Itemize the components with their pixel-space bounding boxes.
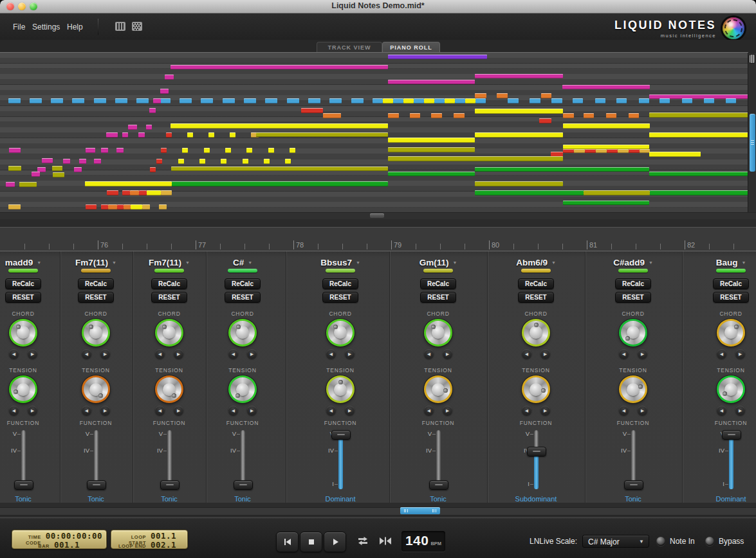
midi-note[interactable]	[153, 98, 161, 104]
midi-note[interactable]	[9, 148, 21, 153]
midi-note[interactable]	[475, 74, 563, 78]
matrix-view-icon[interactable]	[131, 21, 143, 32]
recalc-button[interactable]: ReCalc	[713, 278, 749, 289]
midi-note[interactable]	[51, 98, 63, 104]
midi-note[interactable]	[150, 167, 156, 172]
step-right-icon[interactable]: ▶	[735, 406, 745, 415]
chord-knob[interactable]	[155, 319, 183, 346]
recalc-button[interactable]: ReCalc	[151, 278, 187, 289]
midi-note[interactable]	[595, 98, 605, 104]
midi-note[interactable]	[156, 159, 162, 164]
chord-knob[interactable]	[619, 319, 647, 346]
chord-knob[interactable]	[326, 319, 355, 346]
track-view-icon[interactable]	[115, 21, 126, 32]
midi-note[interactable]	[42, 158, 53, 163]
recalc-button[interactable]: ReCalc	[5, 278, 41, 289]
midi-note[interactable]	[63, 159, 70, 164]
midi-note[interactable]	[265, 98, 277, 104]
midi-note[interactable]	[142, 204, 150, 210]
recalc-button[interactable]: ReCalc	[420, 278, 456, 289]
chord-knob[interactable]	[717, 319, 745, 346]
chord-header[interactable]: Fm7(11)▼	[149, 256, 190, 266]
step-right-icon[interactable]: ▶	[100, 349, 110, 359]
play-button[interactable]	[324, 532, 346, 552]
tension-knob[interactable]	[82, 375, 110, 403]
menu-help[interactable]: Help	[67, 22, 83, 32]
step-left-icon[interactable]: ◀	[82, 406, 91, 415]
midi-note[interactable]	[308, 98, 320, 104]
midi-note[interactable]	[329, 98, 342, 104]
reset-button[interactable]: RESET	[420, 292, 456, 303]
midi-note[interactable]	[8, 204, 21, 210]
midi-note[interactable]	[618, 149, 629, 153]
midi-note[interactable]	[639, 98, 649, 104]
midi-note[interactable]	[584, 190, 650, 195]
chord-hscrollbar[interactable]	[0, 503, 756, 518]
chord-knob[interactable]	[228, 319, 257, 346]
midi-note[interactable]	[393, 98, 403, 104]
midi-note[interactable]	[290, 148, 295, 153]
function-slider-handle[interactable]	[160, 480, 180, 490]
midi-note[interactable]	[187, 132, 193, 138]
tension-knob[interactable]	[155, 375, 183, 403]
skip-to-start-button[interactable]	[276, 532, 299, 552]
midi-note[interactable]	[94, 98, 106, 104]
function-slider[interactable]: VIVI	[614, 429, 652, 492]
step-left-icon[interactable]: ◀	[155, 349, 165, 359]
midi-note[interactable]	[410, 113, 420, 118]
midi-note[interactable]	[256, 132, 388, 137]
midi-note[interactable]	[32, 172, 40, 177]
step-right-icon[interactable]: ▶	[540, 406, 550, 415]
midi-note[interactable]	[475, 181, 563, 186]
reset-button[interactable]: RESET	[518, 292, 554, 303]
step-left-icon[interactable]: ◀	[82, 349, 91, 359]
step-left-icon[interactable]: ◀	[9, 406, 19, 415]
step-left-icon[interactable]: ◀	[522, 406, 531, 415]
midi-note[interactable]	[171, 123, 388, 129]
midi-note[interactable]	[165, 75, 174, 80]
scale-dropdown[interactable]: C# Major ▼	[582, 535, 649, 548]
tab-piano-roll[interactable]: PIANO ROLL	[382, 42, 440, 53]
midi-note[interactable]	[128, 125, 137, 130]
midi-note[interactable]	[147, 190, 161, 195]
midi-note[interactable]	[475, 93, 486, 98]
midi-note[interactable]	[86, 204, 97, 210]
midi-note[interactable]	[6, 182, 15, 187]
menu-settings[interactable]: Settings	[32, 22, 60, 32]
midi-note[interactable]	[223, 98, 235, 104]
midi-note[interactable]	[287, 98, 299, 104]
step-right-icon[interactable]: ▶	[443, 406, 452, 415]
midi-note[interactable]	[225, 148, 231, 153]
step-right-icon[interactable]: ▶	[28, 406, 37, 415]
tension-knob[interactable]	[619, 375, 647, 403]
midi-note[interactable]	[53, 172, 64, 177]
midi-note[interactable]	[465, 98, 475, 104]
midi-note[interactable]	[388, 172, 475, 176]
step-right-icon[interactable]: ▶	[100, 406, 110, 415]
midi-note[interactable]	[101, 148, 108, 153]
midi-note[interactable]	[475, 109, 563, 114]
midi-note[interactable]	[124, 204, 131, 210]
midi-note[interactable]	[94, 159, 101, 164]
midi-note[interactable]	[704, 98, 714, 104]
midi-note[interactable]	[204, 148, 210, 153]
step-left-icon[interactable]: ◀	[326, 406, 336, 415]
midi-note[interactable]	[563, 145, 649, 149]
chord-header[interactable]: C#▼	[233, 256, 252, 266]
step-right-icon[interactable]: ▶	[638, 406, 647, 415]
midi-note[interactable]	[161, 190, 172, 195]
midi-note[interactable]	[475, 167, 649, 172]
midi-note[interactable]	[8, 98, 21, 104]
recalc-button[interactable]: ReCalc	[615, 278, 651, 289]
midi-note[interactable]	[649, 152, 701, 157]
step-right-icon[interactable]: ▶	[174, 406, 183, 415]
midi-note[interactable]	[159, 204, 167, 210]
midi-note[interactable]	[454, 113, 465, 118]
midi-note[interactable]	[116, 148, 124, 153]
midi-note[interactable]	[726, 98, 736, 104]
chord-hscrollbar-track[interactable]	[0, 507, 756, 516]
chord-header[interactable]: madd9▼	[5, 256, 41, 266]
step-right-icon[interactable]: ▶	[174, 349, 183, 359]
step-right-icon[interactable]: ▶	[247, 349, 257, 359]
reset-button[interactable]: RESET	[151, 292, 187, 303]
